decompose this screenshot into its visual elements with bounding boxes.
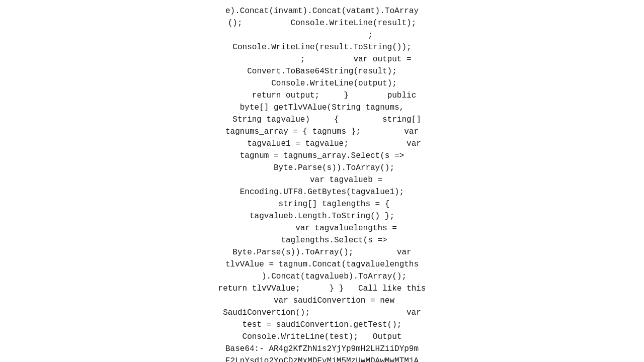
code-container: e).Concat(invamt).Concat(vatamt).ToArray… [0,0,644,362]
code-block: e).Concat(invamt).Concat(vatamt).ToArray… [0,0,644,362]
